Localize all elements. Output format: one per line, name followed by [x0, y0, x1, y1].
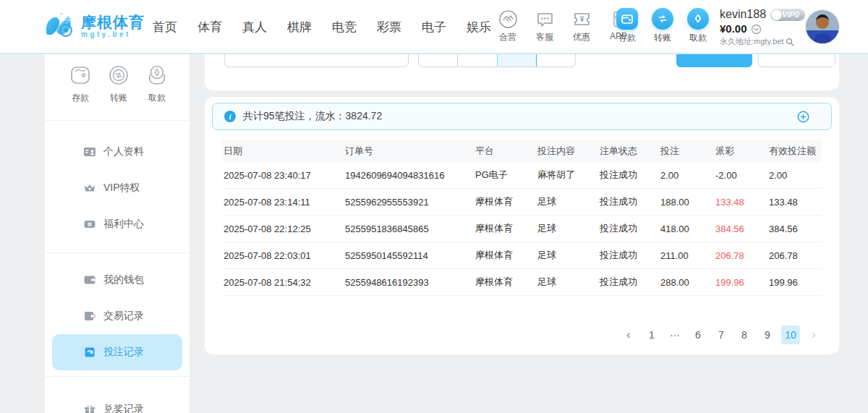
support-link[interactable]: 客服 [532, 9, 558, 43]
sidebar-menu-item[interactable]: 交易记录 [45, 298, 190, 334]
magnifier-icon[interactable] [786, 38, 794, 46]
page-number[interactable]: 9 [758, 325, 777, 344]
username[interactable]: kevin188 [720, 7, 766, 22]
filter-bar [205, 54, 839, 90]
transfer-button[interactable]: 转账 [650, 8, 675, 44]
cell-content: 足球 [536, 276, 598, 289]
cell-date: 2025-07-08 23:14:11 [222, 197, 344, 208]
vip-level-badge[interactable]: VIP0 [770, 9, 805, 21]
summary-text: 共计95笔投注，流水：3824.72 [243, 110, 790, 123]
cell-content: 足球 [536, 195, 598, 208]
sidebar-withdraw-button[interactable]: 取款 [145, 63, 169, 104]
cell-valid-bet: 133.48 [767, 197, 822, 208]
coupon-icon: ¥ [572, 9, 592, 29]
next-page-icon[interactable]: › [804, 325, 823, 344]
coin-icon [83, 218, 96, 231]
deposit-wallet-icon [616, 8, 638, 30]
date-segment-selected[interactable] [498, 54, 537, 67]
sidebar-menu-item[interactable]: 投注记录 [52, 334, 182, 370]
cell-status: 投注成功 [598, 169, 659, 182]
withdraw-button[interactable]: 取款 [686, 8, 710, 44]
promotions-link[interactable]: ¥ 优惠 [569, 9, 595, 43]
utility-icons: 合营 客服 ¥ 优惠 APP APP [495, 9, 631, 43]
sidebar-menu-item[interactable]: VIP特权 [45, 170, 190, 206]
table-header-row: 日期 订单号 平台 投注内容 注单状态 投注 派彩 有效投注额 [222, 140, 822, 162]
expand-plus-icon[interactable] [797, 111, 809, 123]
table-row[interactable]: 2025-07-08 21:54:32 5255948616192393 摩根体… [222, 269, 822, 296]
svg-text:¥: ¥ [579, 15, 584, 23]
info-icon: i [224, 111, 236, 122]
column-header: 有效投注额 [767, 145, 822, 158]
sidebar-transfer-button[interactable]: 转账 [106, 63, 131, 104]
withdraw-coin-icon [687, 8, 709, 30]
cell-content: 足球 [536, 222, 598, 235]
user-info: kevin188 VIP0 ¥0.00 永久地址:mgty.bet [720, 7, 805, 47]
logo-icon [42, 9, 75, 43]
page-number[interactable]: 6 [689, 325, 707, 344]
sidebar-deposit-button[interactable]: 存款 [68, 63, 93, 104]
cell-platform: 摩根体育 [474, 195, 536, 208]
sidebar-menu-item[interactable]: 兑奖记录 [45, 391, 190, 413]
brand-logo[interactable]: 摩根体育 mgty.bet [42, 9, 145, 43]
logo-title: 摩根体育 [81, 14, 145, 30]
cell-valid-bet: 206.78 [767, 250, 822, 261]
date-segment[interactable] [458, 54, 497, 67]
cell-bet: 2.00 [659, 170, 714, 181]
filter-select-input[interactable] [224, 54, 409, 67]
page-number[interactable]: 1 [642, 325, 661, 344]
table-row[interactable]: 2025-07-08 23:40:17 1942609694094831616 … [222, 162, 822, 189]
cell-status: 投注成功 [598, 276, 659, 289]
record-icon [83, 346, 96, 359]
date-segment[interactable] [537, 54, 575, 67]
table-row[interactable]: 2025-07-08 22:12:25 5255951836845865 摩根体… [222, 216, 822, 242]
page-number[interactable]: 7 [712, 325, 731, 344]
summary-bar: i 共计95笔投注，流水：3824.72 [212, 103, 832, 130]
column-header: 派彩 [714, 145, 767, 158]
prev-page-icon[interactable]: ‹ [619, 325, 638, 344]
date-segment[interactable] [419, 54, 458, 67]
table-row[interactable]: 2025-07-08 22:03:01 5255950145592114 摩根体… [222, 242, 822, 269]
nav-item[interactable]: 娱乐 [467, 19, 491, 35]
nav-item[interactable]: 电竞 [332, 19, 357, 35]
cell-order-no: 5255950145592114 [344, 250, 474, 261]
wallet-icon [83, 273, 96, 286]
bet-records-panel: i 共计95笔投注，流水：3824.72 日期 订单号 平台 投注内容 注单状态… [205, 97, 839, 354]
refresh-balance-icon[interactable] [751, 24, 762, 35]
page-number[interactable]: 10 [781, 325, 800, 344]
sidebar-menu-item[interactable]: 福利中心 [45, 206, 190, 242]
nav-item[interactable]: 真人 [242, 19, 267, 35]
cell-content: 麻将胡了 [536, 169, 598, 182]
date-range-picker[interactable] [418, 54, 576, 67]
cell-order-no: 5255962955553921 [344, 197, 474, 208]
partner-link[interactable]: 合营 [495, 9, 521, 43]
nav-item[interactable]: 首页 [153, 19, 177, 35]
sidebar: 存款 转账 取款 个人资料 VIP特权 [45, 54, 190, 413]
transfer-outline-icon [106, 63, 131, 88]
deposit-button[interactable]: 存款 [615, 8, 639, 44]
page-number[interactable]: 8 [735, 325, 754, 344]
nav-item[interactable]: 体育 [197, 19, 222, 35]
idcard-icon [83, 145, 96, 158]
cell-order-no: 5255948616192393 [344, 277, 474, 288]
nav-item[interactable]: 棋牌 [287, 19, 312, 35]
nav-item[interactable]: 电子 [422, 19, 446, 35]
sidebar-menu-item[interactable]: 个人资料 [45, 134, 190, 170]
deposit-outline-icon [68, 63, 93, 88]
cell-payout: -2.00 [714, 170, 767, 181]
table-row[interactable]: 2025-07-08 23:14:11 5255962955553921 摩根体… [222, 189, 822, 216]
search-button[interactable] [676, 54, 752, 67]
column-header: 日期 [222, 145, 344, 158]
cell-status: 投注成功 [598, 249, 659, 262]
column-header: 投注 [659, 145, 714, 158]
page-number[interactable]: ··· [665, 325, 684, 344]
avatar[interactable] [805, 9, 840, 44]
cell-order-no: 1942609694094831616 [344, 170, 474, 181]
cell-valid-bet: 384.56 [767, 223, 822, 234]
balance-amount: ¥0.00 [720, 22, 747, 36]
sidebar-menu-item[interactable]: 我的钱包 [45, 262, 190, 298]
nav-item[interactable]: 彩票 [377, 19, 401, 35]
cell-payout: 133.48 [714, 197, 767, 208]
cell-status: 投注成功 [598, 195, 659, 208]
column-header: 订单号 [344, 145, 474, 158]
reset-button[interactable] [758, 54, 835, 67]
